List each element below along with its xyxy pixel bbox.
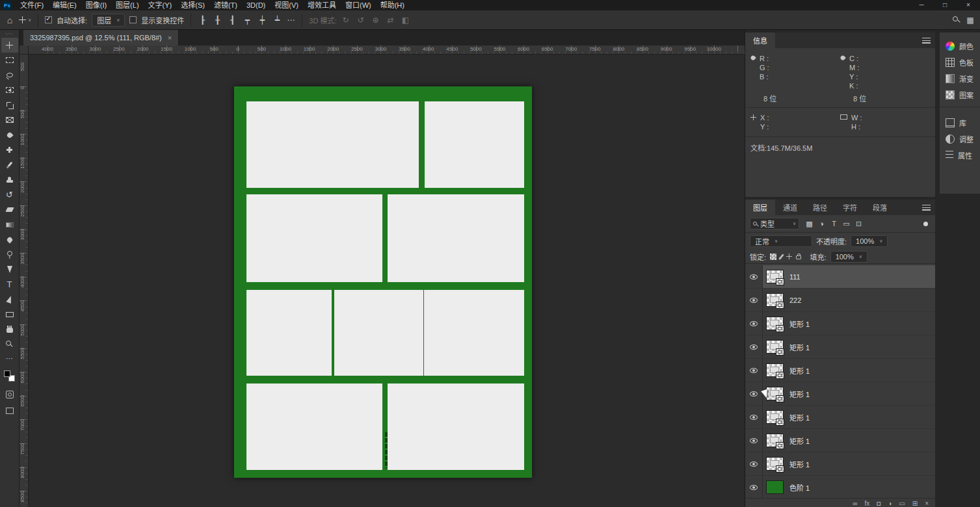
vector-mask-thumbnail[interactable]	[776, 325, 784, 332]
layer-effects-icon[interactable]: fx	[864, 499, 869, 507]
layer-filter-icon-0[interactable]: ▩	[803, 220, 815, 228]
eraser-tool[interactable]	[1, 202, 18, 217]
vertical-ruler[interactable]: 5000500100015002000250030003500400045005…	[20, 55, 29, 507]
tab-paths[interactable]: 路径	[805, 200, 835, 215]
menu-item-10[interactable]: 窗口(W)	[341, 0, 376, 10]
link-layers-icon[interactable]: ∞	[853, 499, 857, 507]
layer-row[interactable]: 矩形 1	[745, 312, 935, 335]
menu-item-5[interactable]: 选择(S)	[176, 0, 209, 10]
layer-row-body[interactable]: 111	[763, 265, 935, 288]
layer-row[interactable]: 222	[745, 289, 935, 312]
vector-mask-thumbnail[interactable]	[776, 419, 784, 426]
visibility-toggle[interactable]	[745, 289, 763, 311]
layer-mask-icon[interactable]: ◘	[877, 499, 881, 507]
active-tool-icon[interactable]: ∨	[19, 16, 31, 23]
vector-mask-thumbnail[interactable]	[776, 465, 784, 473]
layer-row[interactable]: 矩形 1	[745, 335, 935, 359]
rail-item-patterns[interactable]: 图案	[940, 86, 980, 103]
toolbar-grip[interactable]: ⸪⸪	[6, 32, 14, 35]
workspace-switcher-icon[interactable]: ▦	[966, 16, 975, 24]
layer-thumbnail[interactable]	[766, 434, 784, 447]
menu-item-9[interactable]: 增效工具	[303, 0, 341, 10]
layer-row[interactable]: 矩形 1	[745, 382, 935, 406]
vector-mask-thumbnail[interactable]	[776, 348, 784, 356]
auto-select-target-dropdown[interactable]: 图层	[92, 14, 125, 27]
visibility-toggle[interactable]	[745, 429, 763, 452]
screen-mode-icon[interactable]	[6, 408, 14, 414]
layer-thumbnail[interactable]	[766, 293, 784, 307]
lock-all-icon[interactable]	[796, 255, 801, 259]
layer-thumbnail[interactable]	[766, 410, 784, 424]
dodge-tool[interactable]	[1, 247, 18, 262]
eyedropper-tool[interactable]	[1, 127, 18, 142]
tab-close-icon[interactable]: ×	[168, 34, 172, 42]
visibility-toggle[interactable]	[745, 406, 763, 428]
layer-row-body[interactable]: 矩形 1	[763, 359, 935, 382]
layer-row[interactable]: 色阶 1	[745, 476, 935, 498]
tab-channels[interactable]: 通道	[775, 200, 805, 215]
tab-info[interactable]: 信息	[745, 32, 775, 48]
opacity-dropdown[interactable]: 100%	[851, 235, 888, 247]
layer-row[interactable]: 矩形 1	[745, 429, 935, 452]
vector-mask-thumbnail[interactable]	[776, 442, 784, 449]
menu-item-8[interactable]: 视图(V)	[270, 0, 303, 10]
vector-mask-thumbnail[interactable]	[776, 278, 784, 285]
quick-mask-icon[interactable]	[6, 391, 14, 398]
layer-row-body[interactable]: 矩形 1	[763, 312, 935, 335]
clone-stamp-tool[interactable]	[1, 172, 18, 187]
move-tool[interactable]	[1, 38, 18, 53]
visibility-toggle[interactable]	[745, 359, 763, 382]
layer-row[interactable]: 矩形 1	[745, 359, 935, 382]
vector-mask-thumbnail[interactable]	[776, 302, 784, 309]
minimize-button[interactable]: ─	[910, 0, 933, 10]
new-layer-icon[interactable]: ⊞	[912, 499, 918, 507]
healing-brush-tool[interactable]	[1, 142, 18, 157]
vector-mask-thumbnail[interactable]	[776, 372, 784, 379]
rail-item-swatches[interactable]: 色板	[940, 54, 980, 70]
align-icon-2[interactable]: ┨	[228, 16, 237, 24]
layer-row-body[interactable]: 矩形 1	[763, 452, 935, 475]
lock-position-icon[interactable]	[786, 254, 792, 259]
blur-tool[interactable]	[1, 232, 18, 247]
visibility-toggle[interactable]	[745, 452, 763, 475]
align-icon-1[interactable]: ╂	[213, 16, 222, 24]
type-tool[interactable]: T	[1, 277, 18, 292]
layer-filter-icon-3[interactable]: ▭	[840, 220, 853, 228]
layer-thumbnail[interactable]	[766, 480, 784, 494]
rectangular-marquee-tool[interactable]	[1, 53, 18, 68]
layers-panel-menu-icon[interactable]	[922, 205, 931, 211]
layer-thumbnail[interactable]	[766, 270, 784, 283]
object-selection-tool[interactable]	[1, 83, 18, 98]
show-transform-checkbox[interactable]	[129, 16, 137, 23]
zoom-tool[interactable]	[1, 337, 18, 352]
align-icon-4[interactable]: ┿	[258, 16, 267, 24]
visibility-toggle[interactable]	[745, 382, 763, 405]
more-options-icon[interactable]: ⋯	[286, 16, 295, 24]
lock-pixels-icon[interactable]	[778, 254, 784, 259]
menu-item-3[interactable]: 图层(L)	[111, 0, 143, 10]
layer-thumbnail[interactable]	[766, 340, 784, 354]
menu-item-11[interactable]: 帮助(H)	[376, 0, 409, 10]
filter-toggle-icon[interactable]	[923, 222, 928, 226]
layer-thumbnail[interactable]	[766, 457, 784, 471]
frame-tool[interactable]	[1, 112, 18, 127]
layer-thumbnail[interactable]	[766, 317, 784, 330]
rail-item-libraries[interactable]: 库	[940, 114, 980, 131]
visibility-toggle[interactable]	[745, 476, 763, 498]
home-icon[interactable]: ⌂	[5, 16, 14, 25]
layer-row[interactable]: 111	[745, 265, 935, 289]
foreground-color-swatch[interactable]	[4, 370, 10, 377]
tab-layers[interactable]: 图层	[745, 200, 775, 215]
panel-menu-icon[interactable]	[922, 38, 931, 44]
fill-dropdown[interactable]: 100%	[830, 251, 867, 263]
crop-tool[interactable]	[1, 98, 18, 112]
rail-item-adjustments[interactable]: 调整	[940, 131, 980, 147]
history-brush-tool[interactable]: ↺	[1, 187, 18, 202]
tab-paragraph[interactable]: 段落	[865, 200, 895, 215]
adjustment-layer-icon[interactable]: ◑	[888, 499, 892, 507]
vector-mask-thumbnail[interactable]	[776, 395, 784, 402]
ruler-origin-corner[interactable]	[20, 46, 29, 55]
maximize-button[interactable]: □	[933, 0, 957, 10]
visibility-toggle[interactable]	[745, 312, 763, 335]
align-icon-3[interactable]: ┯	[243, 16, 252, 24]
